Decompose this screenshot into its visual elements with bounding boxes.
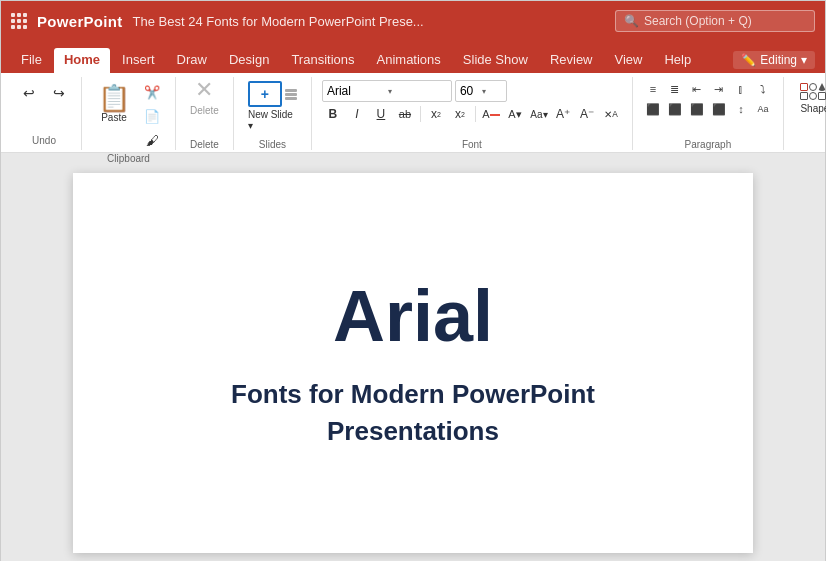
clear-format-button[interactable]: ✕A bbox=[600, 104, 622, 124]
cut-button[interactable]: ✂️ bbox=[139, 81, 165, 103]
superscript-button[interactable]: x2 bbox=[449, 104, 471, 124]
tab-file[interactable]: File bbox=[11, 48, 52, 73]
text-case-button[interactable]: Aa▾ bbox=[528, 104, 550, 124]
format-painter-button[interactable]: 🖌 bbox=[139, 129, 165, 151]
decrease-font-button[interactable]: A⁻ bbox=[576, 104, 598, 124]
font-separator bbox=[420, 106, 421, 122]
drawing-group: Shapes Arrange ShapeStyles 🪣 Sh bbox=[786, 77, 826, 150]
slides-group-label: Slides bbox=[259, 137, 286, 150]
tab-home[interactable]: Home bbox=[54, 48, 110, 73]
slide-subtitle: Fonts for Modern PowerPoint Presentation… bbox=[231, 376, 595, 449]
tab-view[interactable]: View bbox=[605, 48, 653, 73]
tab-slideshow[interactable]: Slide Show bbox=[453, 48, 538, 73]
increase-indent-button[interactable]: ⇥ bbox=[709, 80, 729, 98]
app-window: PowerPoint The Best 24 Fonts for Modern … bbox=[0, 0, 826, 561]
app-name: PowerPoint bbox=[37, 13, 123, 30]
editing-label: Editing bbox=[760, 53, 797, 67]
delete-group-label: Delete bbox=[190, 137, 219, 150]
delete-group: ✕ Delete Delete bbox=[178, 77, 234, 150]
font-family-arrow: ▾ bbox=[388, 87, 447, 96]
tab-draw[interactable]: Draw bbox=[167, 48, 217, 73]
pencil-icon: ✏️ bbox=[741, 53, 756, 67]
editing-dropdown-icon: ▾ bbox=[801, 53, 807, 67]
undo-group: ↩ ↪ Undo bbox=[7, 77, 82, 150]
bullets-button[interactable]: ≡ bbox=[643, 80, 663, 98]
justify-button[interactable]: ⬛ bbox=[709, 100, 729, 118]
font-color-button[interactable]: A bbox=[480, 104, 502, 124]
shapes-icon bbox=[800, 83, 826, 100]
columns-button[interactable]: ⫿ bbox=[731, 80, 751, 98]
undo-group-label: Undo bbox=[32, 133, 56, 146]
font-size-value: 60 bbox=[460, 84, 480, 98]
clipboard-group-label: Clipboard bbox=[107, 151, 150, 164]
subscript-button[interactable]: x2 bbox=[425, 104, 447, 124]
ribbon-content: ↩ ↪ Undo 📋 Paste ✂️ 📄 🖌 Clipboard bbox=[1, 73, 825, 153]
numbering-button[interactable]: ≣ bbox=[665, 80, 685, 98]
align-left-button[interactable]: ⬛ bbox=[643, 100, 663, 118]
align-right-button[interactable]: ⬛ bbox=[687, 100, 707, 118]
editing-badge[interactable]: ✏️ Editing ▾ bbox=[733, 51, 815, 69]
text-shadow-button[interactable]: Aa bbox=[753, 100, 773, 118]
font-group-label: Font bbox=[462, 137, 482, 150]
font-family-selector[interactable]: Arial ▾ bbox=[322, 80, 452, 102]
tab-transitions[interactable]: Transitions bbox=[281, 48, 364, 73]
strikethrough-button[interactable]: ab bbox=[394, 104, 416, 124]
copy-button[interactable]: 📄 bbox=[139, 105, 165, 127]
slide-main-title: Arial bbox=[333, 277, 493, 356]
italic-button[interactable]: I bbox=[346, 104, 368, 124]
font-family-value: Arial bbox=[327, 84, 386, 98]
decrease-indent-button[interactable]: ⇤ bbox=[687, 80, 707, 98]
bold-button[interactable]: B bbox=[322, 104, 344, 124]
font-separator-2 bbox=[475, 106, 476, 122]
align-center-button[interactable]: ⬛ bbox=[665, 100, 685, 118]
title-bar: PowerPoint The Best 24 Fonts for Modern … bbox=[1, 1, 825, 41]
tab-insert[interactable]: Insert bbox=[112, 48, 165, 73]
new-slide-button[interactable]: New Slide ▾ bbox=[240, 77, 305, 135]
main-canvas: Arial Fonts for Modern PowerPoint Presen… bbox=[1, 153, 825, 561]
text-direction-button[interactable]: ⤵ bbox=[753, 80, 773, 98]
slide-canvas[interactable]: Arial Fonts for Modern PowerPoint Presen… bbox=[73, 173, 753, 553]
new-slide-icon bbox=[248, 81, 282, 107]
tab-review[interactable]: Review bbox=[540, 48, 603, 73]
search-icon: 🔍 bbox=[624, 14, 639, 28]
search-box[interactable]: 🔍 bbox=[615, 10, 815, 32]
tab-animations[interactable]: Animations bbox=[367, 48, 451, 73]
tab-design[interactable]: Design bbox=[219, 48, 279, 73]
shapes-button[interactable]: Shapes bbox=[794, 81, 826, 116]
paste-button[interactable]: 📋 Paste bbox=[92, 81, 136, 151]
undo-button[interactable]: ↩ bbox=[15, 81, 43, 105]
font-size-arrow: ▾ bbox=[482, 87, 502, 96]
shapes-label: Shapes bbox=[800, 103, 826, 114]
ribbon-tabs: File Home Insert Draw Design Transitions… bbox=[1, 41, 825, 73]
clipboard-group: 📋 Paste ✂️ 📄 🖌 Clipboard bbox=[84, 77, 176, 150]
paste-label: Paste bbox=[101, 112, 127, 123]
app-grid-icon[interactable] bbox=[11, 13, 27, 29]
delete-icon: ✕ bbox=[195, 77, 213, 103]
new-slide-label: New Slide ▾ bbox=[248, 109, 297, 131]
font-highlight-button[interactable]: A▾ bbox=[504, 104, 526, 124]
tab-help[interactable]: Help bbox=[654, 48, 701, 73]
paste-icon: 📋 bbox=[98, 85, 130, 111]
slides-group: New Slide ▾ Slides bbox=[236, 77, 312, 150]
redo-button[interactable]: ↪ bbox=[45, 81, 73, 105]
increase-font-button[interactable]: A⁺ bbox=[552, 104, 574, 124]
search-input[interactable] bbox=[644, 14, 794, 28]
font-group: Arial ▾ 60 ▾ B I U ab x2 bbox=[314, 77, 633, 150]
underline-button[interactable]: U bbox=[370, 104, 392, 124]
editing-mode: ✏️ Editing ▾ bbox=[733, 51, 815, 73]
line-spacing-button[interactable]: ↕ bbox=[731, 100, 751, 118]
delete-button[interactable]: ✕ Delete bbox=[182, 77, 227, 116]
doc-title: The Best 24 Fonts for Modern PowerPoint … bbox=[133, 14, 605, 29]
paragraph-group-label: Paragraph bbox=[685, 137, 732, 150]
delete-label: Delete bbox=[190, 105, 219, 116]
paragraph-group: ≡ ≣ ⇤ ⇥ ⫿ ⤵ ⬛ ⬛ ⬛ ⬛ ↕ Aa Paragraph bbox=[635, 77, 784, 150]
font-size-selector[interactable]: 60 ▾ bbox=[455, 80, 507, 102]
